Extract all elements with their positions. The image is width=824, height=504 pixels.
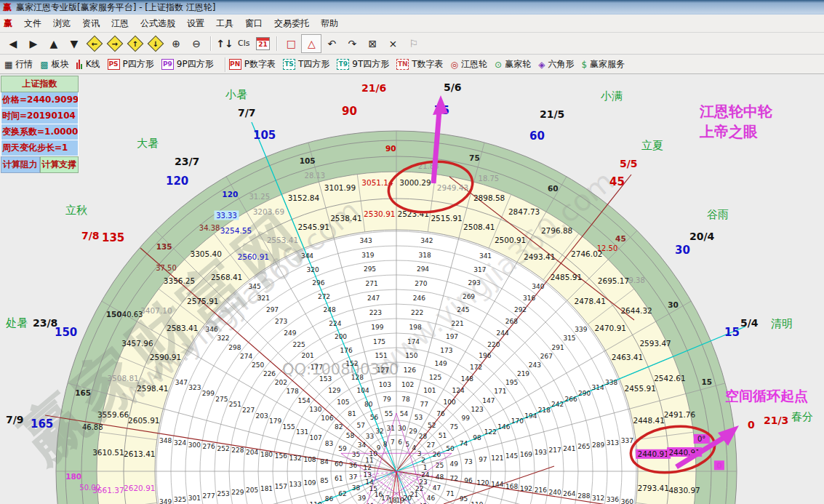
menu-item-formula-pick[interactable]: 公式选股 — [135, 15, 181, 32]
toolbar-separator — [225, 57, 225, 72]
blocks-icon: ▩ — [40, 60, 48, 70]
toolbar-item-winner-service[interactable]: $赢家服务 — [581, 58, 625, 71]
rotate-cw-icon[interactable]: ↷ — [342, 34, 362, 53]
svg-text:33.33: 33.33 — [216, 212, 237, 220]
toolbar-item-9t-square[interactable]: T99T四方形 — [337, 58, 389, 71]
svg-text:45: 45 — [609, 175, 625, 188]
zoom-out-icon[interactable]: ⊖ — [186, 34, 207, 53]
svg-text:29: 29 — [409, 428, 417, 435]
svg-text:218: 218 — [538, 407, 551, 414]
toolbar-item-gann-wheel[interactable]: ◎江恩轮 — [451, 58, 487, 71]
toolbar-item-hexagon[interactable]: ◈六角形 — [538, 58, 574, 71]
rotate-ccw-icon[interactable]: ↶ — [321, 34, 342, 53]
svg-text:小暑: 小暑 — [225, 88, 247, 101]
svg-text:28.13: 28.13 — [305, 172, 326, 180]
toolbar-item-quotes[interactable]: ▦行情 — [4, 58, 33, 71]
toolbar-item-winner-wheel[interactable]: ⊙赢家轮 — [495, 58, 531, 71]
svg-text:267: 267 — [540, 353, 553, 360]
toolbar-item-label: 赢家轮 — [505, 58, 531, 71]
toolbar-item-kline[interactable]: K线 — [76, 58, 100, 71]
menu-item-gann[interactable]: 江恩 — [105, 15, 135, 32]
triangle-tool-icon[interactable]: △ — [301, 34, 321, 53]
menu-item-help[interactable]: 帮助 — [315, 15, 344, 32]
svg-text:2542.61: 2542.61 — [654, 374, 685, 383]
svg-text:3356.25: 3356.25 — [164, 276, 195, 285]
svg-text:79: 79 — [383, 396, 391, 403]
menu-item-trade[interactable]: 交易委托 — [268, 15, 315, 32]
svg-text:120: 120 — [476, 479, 489, 487]
svg-text:289: 289 — [592, 441, 604, 449]
menu-item-news[interactable]: 资讯 — [76, 15, 105, 32]
step-row: 周天变化步长=1 — [1, 140, 79, 156]
svg-text:297: 297 — [266, 306, 279, 313]
menu-item-settings[interactable]: 设置 — [181, 15, 210, 32]
zoom-in-icon[interactable]: ⊕ — [166, 34, 186, 53]
svg-text:325: 325 — [174, 496, 186, 503]
nav-down-icon[interactable]: ▼ — [64, 34, 84, 53]
box-x-icon[interactable]: ⊠ — [362, 34, 383, 53]
svg-text:277: 277 — [203, 492, 215, 500]
svg-text:148: 148 — [461, 375, 473, 383]
flag-icon[interactable]: ⚐ — [403, 34, 423, 53]
svg-text:2: 2 — [421, 457, 425, 464]
svg-text:76: 76 — [436, 410, 445, 417]
toolbar-item-t-number-table[interactable]: TNT数字表 — [396, 58, 443, 71]
pan-right-icon[interactable]: → — [105, 34, 125, 53]
svg-text:265: 265 — [577, 443, 590, 450]
updown-icon[interactable]: ↑↓ — [215, 34, 235, 53]
calendar-icon[interactable]: 21 — [252, 34, 273, 53]
svg-text:春分: 春分 — [791, 410, 813, 423]
cls-button[interactable]: Cls — [235, 39, 252, 48]
svg-text:3457.96: 3457.96 — [121, 339, 153, 348]
svg-text:203: 203 — [256, 412, 268, 420]
menu-item-window[interactable]: 窗口 — [239, 15, 268, 32]
svg-text:319: 319 — [361, 252, 374, 259]
toolbar-item-t-square[interactable]: TST四方形 — [283, 58, 329, 71]
svg-text:2793.41: 2793.41 — [637, 484, 668, 492]
nav-left-icon[interactable]: ◀ — [3, 34, 23, 53]
time-row: 时间=20190104 — [1, 108, 79, 124]
menu-item-tools[interactable]: 工具 — [210, 15, 239, 32]
svg-text:90: 90 — [342, 105, 357, 118]
calc-support-button[interactable]: 计算支撑 — [40, 156, 79, 173]
svg-text:128: 128 — [351, 374, 364, 381]
nav-right-icon[interactable]: ▶ — [23, 34, 44, 53]
9t-square-badge-icon: T9 — [337, 59, 349, 70]
svg-text:2644.32: 2644.32 — [620, 306, 652, 315]
svg-text:5/5: 5/5 — [620, 158, 638, 169]
svg-text:205: 205 — [246, 487, 258, 494]
toolbar-item-label: T四方形 — [298, 58, 329, 71]
svg-text:223: 223 — [369, 309, 382, 316]
svg-text:2500.91: 2500.91 — [495, 236, 526, 244]
toolbar-item-sectors[interactable]: ▩板块 — [40, 58, 68, 71]
toolbar-item-p-number-table[interactable]: PNP数字表 — [229, 58, 276, 71]
cycle-origin-note: 空间循环起点 — [725, 388, 808, 404]
cross-arrows-icon[interactable]: ⨯ — [383, 34, 403, 53]
svg-text:27: 27 — [427, 441, 435, 449]
calc-resistance-button[interactable]: 计算阻力 — [1, 156, 40, 173]
svg-text:55: 55 — [385, 410, 393, 417]
nav-up-icon[interactable]: ▲ — [44, 34, 64, 53]
svg-text:2613.41: 2613.41 — [124, 449, 155, 458]
pan-left-icon[interactable]: ← — [84, 34, 105, 53]
menu-item-browse[interactable]: 浏览 — [47, 15, 76, 32]
svg-text:32: 32 — [375, 428, 383, 435]
svg-text:2590.91: 2590.91 — [150, 353, 181, 361]
toolbar-item-9p-square[interactable]: P99P四方形 — [161, 58, 214, 71]
index-info-panel: 上证指数 价格=2440.9099时间=20190104变换系数=1.00000… — [1, 76, 79, 173]
title-bar: 赢 赢家江恩专业版[赢家服务平台] - [上证指数 江恩轮] — [0, 0, 824, 15]
gann-wheel-svg: 赢家财富网www.yingjia360.comwww.yingjia360.co… — [0, 74, 824, 504]
svg-text:5/4: 5/4 — [740, 317, 759, 329]
svg-text:242: 242 — [551, 401, 564, 408]
square-tool-icon[interactable]: □ — [281, 34, 301, 53]
svg-text:15: 15 — [724, 326, 740, 339]
svg-text:25: 25 — [436, 462, 444, 469]
svg-text:106: 106 — [321, 415, 333, 422]
menu-item-file[interactable]: 文件 — [18, 15, 47, 32]
svg-text:324: 324 — [174, 439, 186, 447]
svg-text:3559.66: 3559.66 — [97, 410, 129, 419]
pan-up-icon[interactable]: ↑ — [125, 34, 145, 53]
svg-text:132: 132 — [289, 455, 302, 462]
pan-down-icon[interactable]: ↓ — [145, 34, 166, 53]
toolbar-item-p-square[interactable]: PSP四方形 — [108, 58, 154, 71]
